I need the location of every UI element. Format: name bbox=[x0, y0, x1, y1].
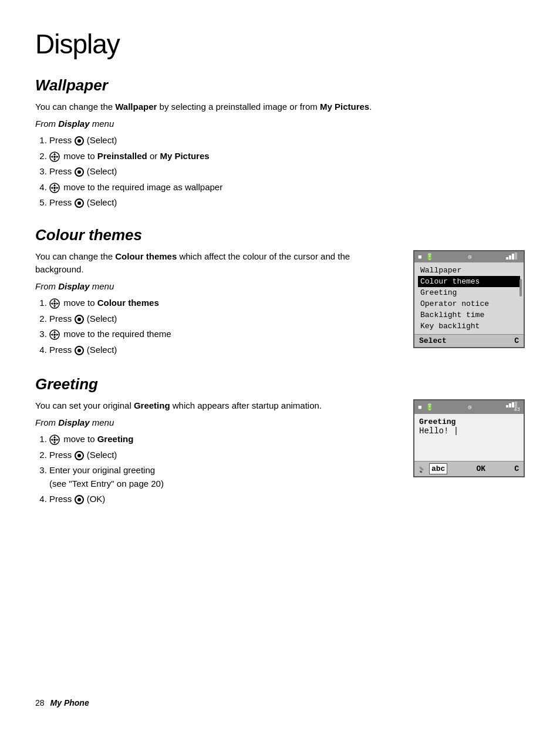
svg-rect-39 bbox=[419, 466, 424, 471]
wallpaper-step-4: move to the required image as wallpaper bbox=[49, 181, 525, 194]
softkey-right-ct: C bbox=[514, 336, 519, 345]
svg-point-23 bbox=[53, 334, 56, 336]
status-icon-left-gr: ■ 🔋 bbox=[418, 403, 434, 411]
softkey-select-ct: Select bbox=[419, 336, 447, 345]
phone-softkeys-ct: Select C bbox=[414, 334, 524, 347]
svg-point-5 bbox=[53, 156, 56, 158]
greeting-heading: Greeting bbox=[35, 375, 525, 393]
svg-marker-16 bbox=[56, 302, 59, 305]
greeting-body: You can set your original Greeting which… bbox=[35, 399, 525, 508]
svg-rect-34 bbox=[506, 405, 508, 407]
greeting-steps: move to Greeting Press (Select) Enter yo… bbox=[35, 433, 399, 506]
greeting-from-menu: From Display menu bbox=[35, 416, 399, 430]
svg-marker-1 bbox=[53, 153, 56, 155]
svg-point-33 bbox=[53, 439, 56, 441]
nav-icon-ct3 bbox=[49, 329, 60, 340]
colour-themes-text: You can change the Colour themes which a… bbox=[35, 250, 399, 359]
footer-page-number: 28 bbox=[35, 698, 45, 708]
nav-icon-gr1 bbox=[49, 434, 60, 445]
wallpaper-heading: Wallpaper bbox=[35, 76, 525, 95]
menu-item-key-backlight: Key backlight bbox=[418, 321, 520, 332]
svg-marker-31 bbox=[50, 439, 53, 441]
wallpaper-intro: You can change the Wallpaper by selectin… bbox=[35, 100, 525, 114]
greeting-intro: You can set your original Greeting which… bbox=[35, 399, 399, 413]
colour-themes-from-menu: From Display menu bbox=[35, 280, 399, 294]
section-greeting: Greeting You can set your original Greet… bbox=[35, 375, 525, 508]
footer-book-title: My Phone bbox=[50, 698, 89, 708]
select-icon-3 bbox=[75, 198, 84, 208]
colour-themes-body: You can change the Colour themes which a… bbox=[35, 250, 525, 359]
greeting-screen-value: Hello! | bbox=[419, 426, 519, 436]
colour-themes-intro: You can change the Colour themes which a… bbox=[35, 250, 399, 277]
ct-step-2: Press (Select) bbox=[49, 312, 399, 326]
wallpaper-step-2: move to Preinstalled or My Pictures bbox=[49, 150, 525, 163]
ct-step-4: Press (Select) bbox=[49, 343, 399, 357]
select-icon-ct2 bbox=[75, 315, 84, 324]
gr-step-1: move to Greeting bbox=[49, 433, 399, 446]
svg-marker-3 bbox=[50, 156, 53, 158]
status-signal-gr: 43 bbox=[506, 402, 520, 413]
gr-step-3: Enter your original greeting (see "Text … bbox=[49, 464, 399, 490]
svg-marker-4 bbox=[56, 156, 59, 158]
status-num-gr: 43 bbox=[514, 407, 520, 413]
phone-status-bar-gr: ■ 🔋 ⊙ 43 bbox=[414, 400, 524, 414]
svg-marker-13 bbox=[53, 299, 56, 302]
menu-item-operator-notice: Operator notice bbox=[418, 298, 520, 309]
softkey-ok-gr: OK bbox=[476, 464, 485, 473]
menu-item-wallpaper: Wallpaper bbox=[418, 265, 520, 276]
svg-marker-15 bbox=[50, 302, 53, 305]
svg-rect-24 bbox=[506, 257, 508, 260]
nav-icon-ct1 bbox=[49, 298, 60, 309]
svg-point-11 bbox=[53, 187, 56, 189]
svg-marker-20 bbox=[53, 336, 56, 339]
signal-icon-ct bbox=[506, 252, 520, 260]
colour-themes-heading: Colour themes bbox=[35, 226, 525, 244]
menu-item-backlight-time: Backlight time bbox=[418, 309, 520, 321]
svg-marker-21 bbox=[50, 334, 53, 336]
ct-step-1: move to Colour themes bbox=[49, 297, 399, 310]
svg-rect-25 bbox=[509, 255, 511, 260]
phone-scrollbar-ct bbox=[519, 279, 522, 351]
wallpaper-step-5: Press (Select) bbox=[49, 196, 525, 210]
greeting-screen-content: Greeting Hello! | bbox=[414, 414, 524, 461]
greeting-phone-screen: ■ 🔋 ⊙ 43 Greeting Hello! | bbox=[413, 399, 525, 477]
select-icon-gr4 bbox=[75, 495, 84, 504]
svg-marker-19 bbox=[53, 331, 56, 333]
svg-marker-30 bbox=[53, 442, 56, 444]
pencil-icon bbox=[419, 465, 427, 473]
wallpaper-steps: Press (Select) move to Preinstalled or M… bbox=[35, 134, 525, 210]
wallpaper-step-1: Press (Select) bbox=[49, 134, 525, 147]
select-icon bbox=[75, 136, 84, 146]
phone-status-bar-ct: ■ 🔋 ⊙ bbox=[414, 251, 524, 262]
page-footer: 28 My Phone bbox=[35, 698, 89, 708]
gr-step-2: Press (Select) bbox=[49, 449, 399, 462]
svg-marker-32 bbox=[56, 439, 59, 441]
gr-step-4: Press (OK) bbox=[49, 493, 399, 506]
menu-item-greeting: Greeting bbox=[418, 287, 520, 298]
svg-rect-27 bbox=[515, 252, 517, 260]
select-icon-2 bbox=[75, 167, 84, 177]
phone-menu-ct: Wallpaper Colour themes Greeting Operato… bbox=[414, 262, 524, 334]
svg-marker-10 bbox=[56, 187, 59, 189]
phone-softkeys-gr: abc OK C bbox=[414, 461, 524, 476]
status-icon-mid-ct: ⊙ bbox=[468, 253, 472, 261]
svg-marker-9 bbox=[50, 187, 53, 189]
select-icon-ct4 bbox=[75, 346, 84, 355]
menu-item-colour-themes: Colour themes bbox=[418, 276, 520, 287]
svg-marker-22 bbox=[56, 334, 59, 336]
scroll-thumb-ct bbox=[519, 279, 522, 297]
colour-themes-phone-screen: ■ 🔋 ⊙ Wallpaper Colour themes Greeting bbox=[413, 250, 525, 348]
wallpaper-from-menu: From Display menu bbox=[35, 117, 525, 131]
wallpaper-text: You can change the Wallpaper by selectin… bbox=[35, 100, 525, 210]
status-icon-left-ct: ■ 🔋 bbox=[418, 253, 434, 261]
softkey-abc-box: abc bbox=[429, 463, 447, 474]
colour-themes-steps: move to Colour themes Press (Select) mov… bbox=[35, 297, 399, 356]
greeting-text: You can set your original Greeting which… bbox=[35, 399, 399, 508]
ct-step-3: move to the required theme bbox=[49, 328, 399, 341]
svg-marker-2 bbox=[53, 159, 56, 161]
select-icon-gr2 bbox=[75, 451, 84, 460]
svg-marker-7 bbox=[53, 184, 56, 186]
gr-step-3-sub: (see "Text Entry" on page 20) bbox=[49, 479, 164, 489]
nav-icon bbox=[49, 151, 60, 162]
svg-marker-14 bbox=[53, 305, 56, 308]
